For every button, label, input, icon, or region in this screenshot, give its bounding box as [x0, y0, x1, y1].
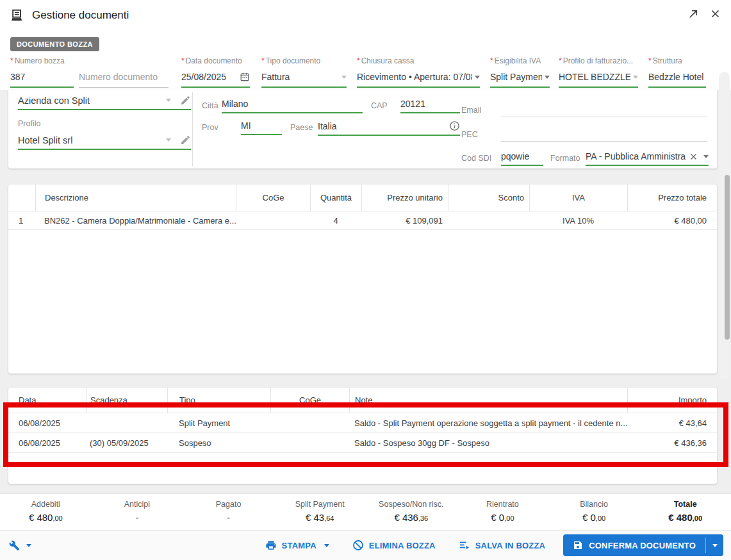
chiusura-cassa-field[interactable]: Chiusura cassa Ricevimento • Apertura: 0… [357, 56, 480, 88]
pec-label: PEC [461, 130, 478, 139]
summary-addebiti: Addebiti € 480,00 [0, 494, 92, 530]
tipo-documento-field[interactable]: Tipo documento Fattura [261, 56, 347, 88]
open-in-new-icon[interactable] [686, 6, 700, 21]
numero-documento-field[interactable]: Numero documento [79, 56, 168, 88]
formato-select[interactable]: PA - Pubblica Amministra [586, 151, 709, 166]
elimina-bozza-button[interactable]: ELIMINA BOZZA [352, 539, 436, 551]
data-documento-field[interactable]: Data documento 25/08/2025 [181, 56, 250, 88]
summary-bilancio: Bilancio € 0,00 [548, 494, 640, 530]
data-documento-value[interactable]: 25/08/2025 [181, 71, 240, 83]
chevron-down-icon [166, 99, 171, 102]
draft-list-arrow-icon [459, 539, 470, 551]
col-scadenza: Scadenza [86, 388, 167, 413]
cap-field[interactable]: 20121 [400, 99, 460, 113]
chevron-down-icon [703, 155, 709, 158]
profilo-fatturazione-label: Profilo di fatturazio... [559, 56, 638, 66]
clear-x-icon[interactable] [689, 152, 698, 161]
tipo-documento-value[interactable]: Fattura [261, 71, 339, 83]
payments-table-card: Data Scadenza Tipo CoGe Note Importo 06/… [8, 388, 717, 484]
calendar-icon[interactable] [240, 72, 250, 82]
salva-in-bozza-button[interactable]: SALVA IN BOZZA [459, 539, 545, 551]
profilo-fatturazione-value[interactable]: HOTEL BEDZZLE S [559, 71, 630, 83]
pec-field[interactable] [501, 128, 707, 142]
tools-menu-button[interactable] [9, 540, 31, 551]
edit-pencil-icon[interactable] [180, 95, 191, 106]
profilo-label: Profilo [18, 119, 40, 128]
save-icon [573, 540, 583, 550]
col-tipo: Tipo [167, 388, 270, 413]
scrollbar-track[interactable] [719, 72, 730, 379]
printer-icon [265, 539, 277, 551]
paese-label: Paese [290, 123, 313, 132]
prov-field[interactable]: MI [241, 120, 282, 135]
block-icon [352, 539, 364, 551]
citta-field[interactable]: Milano [222, 99, 363, 113]
payments-table-header: Data Scadenza Tipo CoGe Note Importo [8, 388, 717, 413]
items-table-card: Descrizione CoGe Quantità Prezzo unitari… [8, 185, 717, 374]
azienda-select[interactable]: Azienda con Split [18, 95, 191, 110]
status-badge: DOCUMENTO BOZZA [10, 37, 99, 51]
data-documento-label: Data documento [181, 56, 250, 66]
items-table-header: Descrizione CoGe Quantità Prezzo unitari… [8, 185, 717, 211]
email-field[interactable] [501, 104, 707, 117]
summary-rientrato: Rientrato € 0,00 [457, 494, 548, 530]
info-icon[interactable] [449, 120, 460, 131]
struttura-label: Struttura [648, 56, 706, 66]
col-quantita: Quantità [310, 185, 361, 211]
citta-label: Città [202, 101, 218, 110]
payment-row[interactable]: 06/08/2025 (30) 05/09/2025 Sospeso Saldo… [8, 433, 717, 453]
summary-anticipi: Anticipi - [92, 494, 183, 530]
close-icon[interactable] [708, 6, 722, 21]
struttura-field[interactable]: Struttura Bedzzle Hotel [648, 56, 706, 88]
profilo-fatturazione-field[interactable]: Profilo di fatturazio... HOTEL BEDZZLE S [559, 56, 638, 88]
esigibilita-iva-field[interactable]: Esigibilità IVA Split Paymen [490, 56, 550, 88]
chevron-down-icon [166, 138, 171, 142]
azienda-value: Azienda con Split [18, 95, 163, 106]
dialog-header: Gestione documenti [10, 5, 129, 26]
numero-bozza-field[interactable]: Numero bozza 387 [10, 56, 74, 88]
paese-field[interactable]: Italia [318, 120, 460, 136]
payment-row[interactable]: 06/08/2025 Split Payment Saldo - Split P… [8, 413, 717, 433]
chiusura-cassa-value[interactable]: Ricevimento • Apertura: 07/08/ [357, 71, 472, 83]
gestione-documenti-dialog: Gestione documenti DOCUMENTO BOZZA Numer… [0, 0, 731, 560]
col-prezzo-unitario: Prezzo unitario [361, 185, 448, 211]
conferma-documento-split-button[interactable]: CONFERMA DOCUMENTO [563, 534, 723, 556]
numero-bozza-label: Numero bozza [10, 56, 74, 66]
chevron-down-icon [341, 76, 347, 79]
footer-action-bar: STAMPA ELIMINA BOZZA SALVA IN [0, 530, 731, 560]
col-coge: CoGe [236, 185, 310, 211]
summary-totale: Totale € 480,00 [639, 494, 731, 530]
numero-bozza-value[interactable]: 387 [10, 71, 74, 83]
col-coge: CoGe [270, 388, 349, 413]
col-iva: IVA [529, 185, 627, 211]
item-row[interactable]: 1 BN262 - Camera Doppia/Matrimoniale - C… [8, 211, 717, 230]
col-data: Data [8, 388, 86, 413]
col-prezzo-totale: Prezzo totale [627, 185, 717, 211]
document-form-row: Numero bozza 387 Numero documento Data d… [10, 56, 706, 88]
wrench-icon [9, 540, 20, 551]
scrollbar-thumb[interactable] [725, 175, 730, 340]
profilo-value: Hotel Split srl [18, 135, 163, 145]
numero-documento-input[interactable]: Numero documento [79, 71, 168, 83]
summary-pagato: Pagato - [183, 494, 274, 530]
struttura-value[interactable]: Bedzzle Hotel [648, 71, 706, 83]
stampa-button[interactable]: STAMPA [265, 539, 329, 551]
conferma-documento-button[interactable]: CONFERMA DOCUMENTO [563, 534, 705, 556]
col-descrizione: Descrizione [35, 185, 236, 211]
col-note: Note [349, 388, 627, 413]
chevron-down-icon [633, 76, 638, 79]
cod-sdi-field[interactable]: pqowie [501, 151, 543, 166]
esigibilita-iva-value[interactable]: Split Paymen [490, 71, 542, 83]
document-receipt-icon [10, 8, 24, 22]
col-sconto: Sconto [448, 185, 529, 211]
summary-split-payment: Split Payment € 43,64 [274, 494, 366, 530]
cap-label: CAP [371, 101, 388, 110]
esigibilita-iva-label: Esigibilità IVA [490, 56, 550, 66]
cod-sdi-label: Cod SDI [461, 154, 491, 163]
formato-label: Formato [550, 154, 580, 163]
conferma-dropdown-toggle[interactable] [706, 534, 723, 556]
email-label: Email [461, 106, 481, 115]
profilo-select[interactable]: Hotel Split srl [18, 135, 191, 150]
totals-summary-bar: Addebiti € 480,00 Anticipi - Pagato - Sp… [0, 493, 731, 530]
edit-pencil-icon[interactable] [180, 135, 191, 145]
